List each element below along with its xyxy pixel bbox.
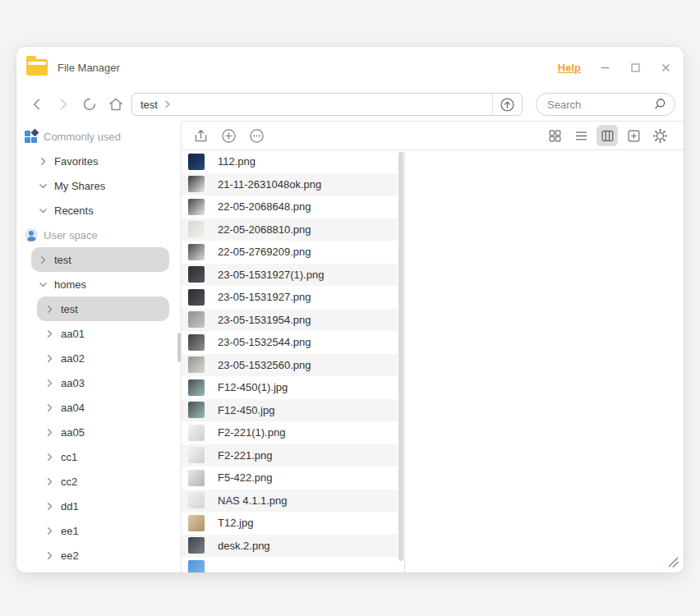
home-icon[interactable] <box>107 94 125 114</box>
file-row[interactable]: desk.2.png <box>182 535 398 558</box>
more-ellipsis-icon[interactable] <box>247 126 265 145</box>
tree-item-label: dd1 <box>61 500 79 513</box>
tree-item-ee2[interactable]: ee2 <box>37 543 169 568</box>
sidebar-tree: Commonly usedFavoritesMy SharesRecentsUs… <box>16 121 182 572</box>
chevron-down-icon[interactable] <box>38 279 48 290</box>
chevron-right-icon[interactable] <box>44 329 55 339</box>
file-row[interactable]: T12.jpg <box>182 512 398 535</box>
tree-item-recents[interactable]: Recents <box>31 198 169 223</box>
tree-item-label: aa04 <box>61 402 85 414</box>
tree-item-label: My Shares <box>54 180 105 192</box>
tree-item-aa05[interactable]: aa05 <box>37 420 169 444</box>
chevron-right-icon[interactable] <box>44 476 55 487</box>
file-row[interactable]: 22-05-2068648.png <box>182 195 398 218</box>
file-row[interactable]: 22-05-2068810.png <box>182 218 398 241</box>
tree-item-aa03[interactable]: aa03 <box>37 370 169 395</box>
new-plus-icon[interactable] <box>219 126 237 145</box>
chevron-right-icon[interactable] <box>44 304 55 315</box>
file-name: 23-05-1532544.png <box>218 336 311 348</box>
chevron-right-icon[interactable] <box>44 427 55 438</box>
file-name: 112.png <box>218 155 256 168</box>
chevron-right-icon[interactable] <box>44 402 55 413</box>
tree-item-my-shares[interactable]: My Shares <box>31 173 169 198</box>
close-icon[interactable] <box>659 61 672 74</box>
file-thumbnail-icon <box>188 537 205 554</box>
chevron-down-icon[interactable] <box>38 205 48 216</box>
file-row[interactable]: 112.png <box>182 150 398 173</box>
file-row[interactable]: NAS 4.1.1.png <box>182 490 398 513</box>
chevron-right-icon[interactable] <box>44 550 55 561</box>
search-icon[interactable] <box>652 97 667 112</box>
tree-item-homes[interactable]: homes <box>31 272 169 297</box>
tree-item-ee1[interactable]: ee1 <box>37 518 169 543</box>
refresh-icon[interactable] <box>81 94 99 114</box>
tree-item-cc1[interactable]: cc1 <box>37 444 169 469</box>
tree-item-label: homes <box>54 278 86 291</box>
chevron-down-icon[interactable] <box>38 181 48 191</box>
file-row[interactable]: F12-450(1).jpg <box>182 376 398 399</box>
help-link[interactable]: Help <box>558 62 581 74</box>
tree-item-label: Recents <box>54 205 94 217</box>
tree-item-test[interactable]: test <box>37 297 169 321</box>
column-view-icon[interactable] <box>596 125 618 146</box>
back-icon[interactable] <box>28 94 46 114</box>
file-name: NAS 4.1.1.png <box>218 494 288 507</box>
breadcrumb[interactable]: test <box>132 99 492 111</box>
grid-view-icon[interactable] <box>544 125 565 146</box>
file-row[interactable]: F2-221.png <box>182 444 398 467</box>
tree-item-cc2[interactable]: cc2 <box>37 469 169 494</box>
chevron-right-icon[interactable] <box>44 526 55 536</box>
tree-item-test[interactable]: test <box>31 247 169 272</box>
breadcrumb-crumb[interactable]: test <box>140 99 158 111</box>
file-name: 22-05-2068810.png <box>218 223 311 236</box>
file-name: F2-221.png <box>218 449 273 462</box>
file-thumbnail-icon <box>188 425 205 441</box>
tree-item-favorites[interactable]: Favorites <box>31 149 169 173</box>
tree-item-label: aa02 <box>61 352 85 365</box>
file-row[interactable]: 21-11-2631048ok.png <box>182 173 398 196</box>
file-list-column: 112.png21-11-2631048ok.png22-05-2068648.… <box>182 150 405 572</box>
tree-item-label: Favorites <box>54 155 98 168</box>
file-row[interactable]: 23-05-1532560.png <box>182 354 398 377</box>
file-row[interactable]: F2-221(1).png <box>182 421 398 444</box>
maximize-icon[interactable] <box>629 61 642 74</box>
chevron-right-icon[interactable] <box>38 156 48 167</box>
file-thumbnail-icon <box>188 289 205 306</box>
file-name: desk.2.png <box>218 540 270 552</box>
file-row[interactable]: 23-05-1531927.png <box>182 286 398 309</box>
file-thumbnail-icon <box>188 447 205 463</box>
upload-icon[interactable] <box>191 126 210 145</box>
file-row[interactable] <box>182 557 398 572</box>
tree-item-dd1[interactable]: dd1 <box>37 494 169 518</box>
sidebar-scrollbar[interactable] <box>177 333 181 362</box>
file-row[interactable]: F12-450.jpg <box>182 399 398 422</box>
file-row[interactable]: F5-422.png <box>182 467 398 490</box>
file-row[interactable]: 22-05-2769209.png <box>182 241 398 264</box>
chevron-right-icon[interactable] <box>44 501 55 512</box>
file-row[interactable]: 23-05-1531927(1).png <box>182 264 398 287</box>
chevron-right-icon[interactable] <box>44 353 55 364</box>
tree-item-aa04[interactable]: aa04 <box>37 395 169 420</box>
chevron-right-icon[interactable] <box>38 255 48 265</box>
resize-grip-icon[interactable] <box>667 556 679 568</box>
file-thumbnail-icon <box>188 176 205 192</box>
search-input[interactable] <box>547 99 652 111</box>
tree-item-label: cc2 <box>61 476 77 488</box>
minimize-icon[interactable] <box>598 61 611 74</box>
go-up-icon[interactable] <box>492 94 522 115</box>
file-name: 23-05-1531954.png <box>218 314 311 326</box>
file-rows: 112.png21-11-2631048ok.png22-05-2068648.… <box>182 150 404 572</box>
open-new-window-icon[interactable] <box>623 125 644 146</box>
file-thumbnail-icon <box>188 311 205 328</box>
settings-gear-icon[interactable] <box>649 125 670 146</box>
file-row[interactable]: 23-05-1532544.png <box>182 331 398 354</box>
chevron-right-icon[interactable] <box>44 378 55 388</box>
file-list-scrollbar[interactable] <box>398 152 403 561</box>
chevron-right-icon[interactable] <box>44 452 55 462</box>
tree-item-aa01[interactable]: aa01 <box>37 321 169 346</box>
file-row[interactable]: 23-05-1531954.png <box>182 309 398 332</box>
list-view-icon[interactable] <box>570 125 592 146</box>
forward-icon[interactable] <box>54 94 72 114</box>
apps-grid-icon <box>25 130 38 143</box>
tree-item-aa02[interactable]: aa02 <box>37 346 169 370</box>
